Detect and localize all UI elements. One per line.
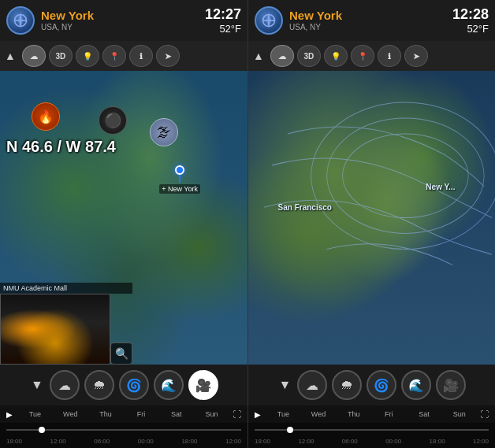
left-time-4: 00:00 [138,438,154,447]
left-day-wed: Wed [53,410,88,418]
left-wind-icon-btn[interactable]: 🌊 [154,370,184,400]
pin-label: + New York [159,184,200,194]
right-collapse-btn[interactable]: ▲ [253,50,264,62]
left-3d-btn[interactable]: 3D [49,45,73,67]
right-weather-icons: ▼ ☁ 🌧 🌀 🌊 🎥 [248,365,495,405]
left-panel: New York USA, NY 12:27 52°F ▲ ☁ 3D 💡 📍 ℹ… [0,0,248,448]
left-city-name: New York [41,9,205,23]
left-location-info: New York USA, NY [41,9,205,31]
right-time-4: 00:00 [385,438,401,447]
left-timeline[interactable] [0,423,248,437]
left-rain-icon-btn[interactable]: 🌧 [84,370,114,400]
right-location-info: New York USA, NY [289,9,452,31]
right-info-btn[interactable]: ℹ [378,45,401,67]
left-timeline-thumb[interactable] [39,427,45,433]
right-newyork-label: New Y... [426,183,455,191]
left-temp: 52°F [205,23,241,35]
left-weather-layer-btn[interactable]: ☁ [22,45,46,67]
left-day-thu: Thu [88,410,124,418]
left-coordinates: N 46.6 / W 87.4 [6,138,116,156]
right-day-fri: Fri [371,410,407,418]
right-panel: New York USA, NY 12:28 52°F ▲ ☁ 3D 💡 📍 ℹ… [248,0,495,448]
right-time-3: 06:00 [342,438,358,447]
left-expand-btn[interactable]: ▼ [29,378,45,392]
left-day-sat: Sat [158,410,194,418]
left-weather-icons: ▼ ☁ 🌧 🌀 🌊 🎥 [0,365,248,405]
left-toolbar: ▲ ☁ 3D 💡 📍 ℹ ➤ [0,41,248,71]
left-days-bar: ▶ Tue Wed Thu Fri Sat Sun ⛶ [0,405,248,423]
sand-weather-marker[interactable]: 🌫 [150,118,178,146]
left-time-2: 12:00 [50,438,66,447]
left-cam-search-btn[interactable]: 🔍 [110,342,132,365]
left-cam-icon-btn[interactable]: 🎥 [188,370,218,400]
right-san-francisco-label: San Francisco [278,203,332,212]
left-timeline-track[interactable] [6,429,241,431]
fire-weather-marker[interactable]: 🔥 [32,102,60,131]
right-day-thu: Thu [336,410,371,418]
left-app-icon[interactable] [6,6,35,35]
right-day-wed: Wed [301,410,337,418]
left-time-6: 12:00 [225,438,241,447]
right-day-tue: Tue [266,410,301,418]
right-toolbar: ▲ ☁ 3D 💡 📍 ℹ ➤ [248,41,495,71]
right-day-sun: Sun [441,410,477,418]
left-time-1: 18:00 [6,438,22,447]
right-cam-icon-btn[interactable]: 🎥 [436,370,466,400]
pin-marker [175,165,184,175]
pin-tail [179,175,181,183]
right-light-btn[interactable]: 💡 [324,45,348,67]
left-timeline-times: 18:00 12:00 06:00 00:00 18:00 12:00 [0,437,248,448]
left-cam-label: NMU Academic Mall [0,283,132,294]
left-storm-icon-btn[interactable]: 🌀 [119,370,149,400]
svg-point-7 [327,118,484,234]
right-clock: 12:28 [452,6,489,23]
left-ny-pin[interactable]: + New York [159,165,200,194]
right-temp: 52°F [452,23,489,35]
left-header: New York USA, NY 12:27 52°F [0,0,248,41]
right-timeline-thumb[interactable] [287,427,293,433]
right-wind-icon-btn[interactable]: 🌊 [401,370,431,400]
left-info-btn[interactable]: ℹ [129,45,153,67]
left-time-block: 12:27 52°F [205,6,241,35]
left-day-tue: Tue [17,410,53,418]
right-3d-btn[interactable]: 3D [297,45,321,67]
left-map[interactable]: 🔥 ⚫ 🌫 N 46.6 / W 87.4 + New York NMU Aca… [0,71,248,365]
left-pin-btn[interactable]: 📍 [102,45,126,67]
left-bottom-bar: ▼ ☁ 🌧 🌀 🌊 🎥 ▶ Tue Wed Thu Fri Sat Sun ⛶ … [0,365,248,448]
right-time-5: 18:00 [430,438,445,447]
right-time-6: 12:00 [473,438,489,447]
right-app-icon[interactable] [255,6,283,35]
right-region: USA, NY [289,23,452,31]
right-rain-icon-btn[interactable]: 🌧 [332,370,362,400]
left-time-3: 06:00 [94,438,110,447]
right-city-name: New York [289,9,452,23]
left-cloud-icon-btn[interactable]: ☁ [50,370,80,400]
left-collapse-btn[interactable]: ▲ [5,50,16,62]
right-bottom-bar: ▼ ☁ 🌧 🌀 🌊 🎥 ▶ Tue Wed Thu Fri Sat Sun ⛶ … [248,365,495,448]
svg-point-8 [311,102,495,250]
right-storm-icon-btn[interactable]: 🌀 [367,370,396,400]
right-header: New York USA, NY 12:28 52°F [248,0,495,41]
left-region: USA, NY [41,23,205,31]
left-clock: 12:27 [205,6,241,23]
right-cloud-icon-btn[interactable]: ☁ [297,370,327,400]
right-time-2: 12:00 [298,438,314,447]
right-map[interactable]: San Francisco New Y... [248,71,495,365]
left-play-btn[interactable]: ▶ [6,410,13,419]
right-expand-btn[interactable]: ▼ [277,378,293,392]
right-timeline[interactable] [248,423,495,437]
right-fullscreen-btn[interactable]: ⛶ [480,409,489,419]
left-camera-thumbnail[interactable] [0,294,110,365]
left-nav-btn[interactable]: ➤ [156,45,180,67]
right-contour-lines [248,71,495,365]
right-timeline-track[interactable] [255,429,489,431]
left-day-fri: Fri [123,410,158,418]
right-pin-btn[interactable]: 📍 [351,45,374,67]
right-weather-layer-btn[interactable]: ☁ [270,45,294,67]
right-play-btn[interactable]: ▶ [255,410,261,419]
left-fullscreen-btn[interactable]: ⛶ [233,409,241,419]
storm-weather-marker[interactable]: ⚫ [99,106,127,135]
left-time-5: 18:00 [181,438,197,447]
left-light-btn[interactable]: 💡 [76,45,99,67]
right-nav-btn[interactable]: ➤ [404,45,428,67]
